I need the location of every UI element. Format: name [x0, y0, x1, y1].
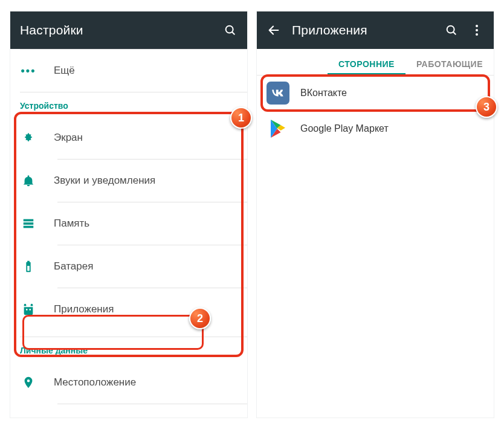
row-location[interactable]: Местоположение [10, 361, 247, 404]
app-play-label: Google Play Маркет [300, 123, 389, 134]
appbar-apps-title: Приложения [292, 23, 433, 37]
row-battery-label: Батарея [54, 260, 93, 273]
overflow-icon[interactable] [470, 23, 484, 37]
svg-line-1 [232, 32, 234, 34]
svg-rect-3 [24, 222, 34, 225]
app-row-vk[interactable]: ВКонтакте [257, 76, 494, 111]
row-apps-label: Приложения [54, 303, 114, 315]
search-icon[interactable] [223, 23, 237, 37]
section-personal: Личные данные [10, 337, 247, 361]
battery-icon [21, 259, 36, 274]
row-sounds-label: Звуки и уведомления [54, 175, 155, 187]
step-badge-2: 2 [189, 308, 211, 329]
appbar-apps: Приложения [257, 11, 494, 49]
phone-apps: Приложения СТОРОННИЕ РАБОТАЮЩИЕ ВКонтакт… [256, 11, 494, 418]
search-icon[interactable] [444, 23, 459, 37]
vk-icon [267, 82, 289, 105]
svg-rect-2 [24, 219, 34, 222]
row-location-label: Местоположение [54, 376, 136, 389]
phone-settings: Настройки ••• Ещё Устройство Экран Звуки… [10, 11, 248, 418]
more-icon: ••• [21, 63, 36, 78]
step-badge-3: 3 [476, 96, 497, 118]
row-apps[interactable]: Приложения [10, 288, 247, 331]
tab-running[interactable]: РАБОТАЮЩИЕ [405, 59, 494, 75]
play-store-icon [267, 117, 289, 140]
svg-rect-4 [24, 226, 34, 228]
svg-point-6 [447, 26, 454, 33]
row-screen-label: Экран [54, 132, 83, 144]
appbar-settings: Настройки [10, 11, 247, 49]
row-sounds[interactable]: Звуки и уведомления [10, 160, 247, 202]
app-row-play[interactable]: Google Play Маркет [257, 111, 494, 146]
svg-line-7 [453, 32, 456, 34]
storage-icon [21, 216, 36, 231]
row-memory[interactable]: Память [10, 202, 247, 245]
app-vk-label: ВКонтакте [300, 88, 347, 98]
row-more-label: Ещё [54, 65, 75, 77]
bell-icon [21, 173, 36, 188]
step-badge-1: 1 [230, 107, 252, 129]
row-more[interactable]: ••• Ещё [10, 50, 247, 92]
tab-third-party[interactable]: СТОРОННИЕ [328, 59, 405, 75]
svg-point-0 [226, 26, 233, 33]
row-battery[interactable]: Батарея [10, 245, 247, 288]
tabs: СТОРОННИЕ РАБОТАЮЩИЕ [257, 49, 494, 76]
brightness-icon [21, 131, 36, 145]
row-memory-label: Память [54, 218, 89, 230]
back-icon[interactable] [267, 23, 281, 37]
appbar-title: Настройки [20, 23, 212, 37]
location-icon [21, 375, 36, 390]
row-screen[interactable]: Экран [10, 117, 247, 159]
section-device: Устройство [10, 92, 247, 117]
apps-icon [21, 302, 36, 317]
